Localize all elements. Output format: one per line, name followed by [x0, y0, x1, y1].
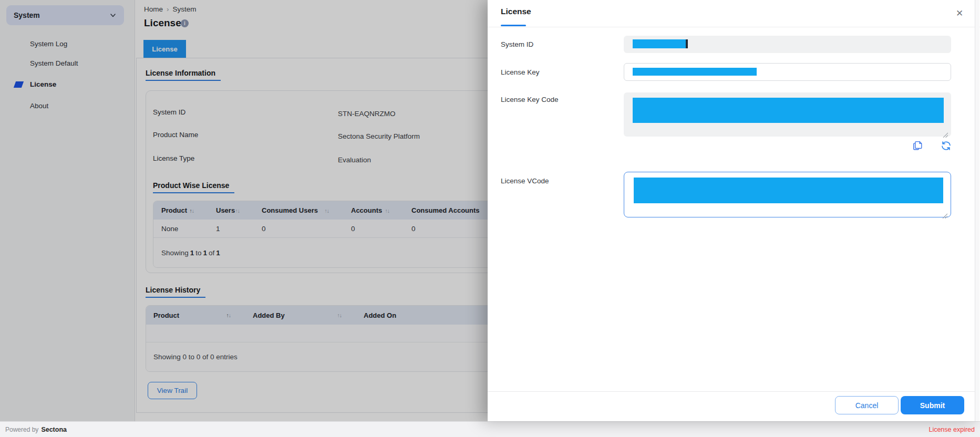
drawer-title-active-indicator [501, 25, 526, 26]
footer-bar: Powered by Sectona License expired [0, 421, 980, 437]
redacted-license-key-value [633, 68, 757, 76]
brand-name: Sectona [41, 426, 67, 433]
drawer-title: License [501, 7, 531, 16]
redacted-system-id-value [633, 39, 686, 48]
license-drawer: License ✕ System ID License Key License … [488, 0, 980, 421]
drawer-footer-divider [488, 391, 975, 392]
license-status-badge: License expired [929, 426, 975, 433]
powered-by-label: Powered by [5, 426, 38, 433]
resize-grip-icon[interactable] [942, 211, 947, 221]
cancel-button[interactable]: Cancel [835, 396, 899, 414]
app-screen: System System Log System Default License… [0, 0, 980, 437]
system-id-field-label: System ID [501, 40, 533, 48]
drawer-header-divider [488, 27, 980, 27]
redacted-license-vcode-value [634, 178, 943, 203]
license-vcode-field-label: License VCode [501, 177, 549, 185]
redacted-license-key-code-value [633, 98, 944, 123]
submit-button[interactable]: Submit [901, 396, 964, 414]
drawer-scrollbar-track[interactable] [975, 0, 979, 421]
license-key-field-label: License Key [501, 68, 540, 76]
copy-icon[interactable] [911, 140, 924, 152]
license-key-code-field-label: License Key Code [501, 96, 559, 103]
close-icon[interactable]: ✕ [953, 7, 966, 20]
text-caret [686, 39, 688, 48]
resize-grip-icon[interactable] [943, 130, 948, 140]
refresh-icon[interactable] [940, 140, 952, 153]
